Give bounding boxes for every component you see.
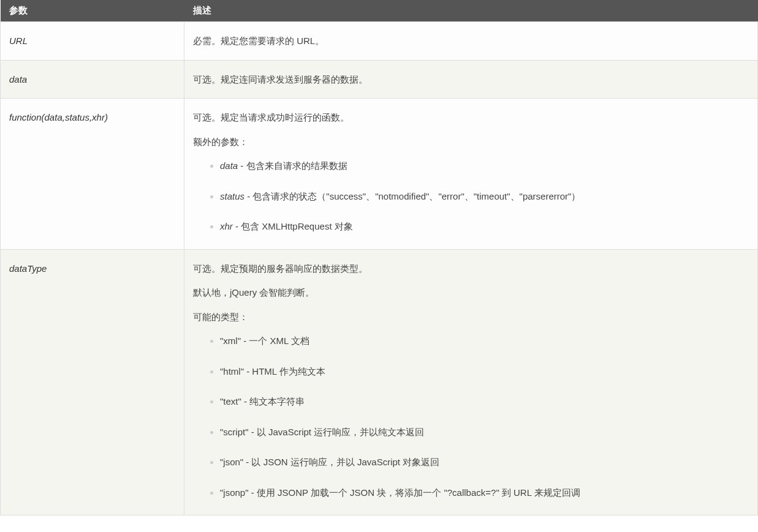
- desc-cell: 可选。规定当请求成功时运行的函数。额外的参数：data - 包含来自请求的结果数…: [184, 99, 758, 250]
- list-item: "xml" - 一个 XML 文档: [220, 333, 749, 349]
- list-item: "text" - 纯文本字符串: [220, 394, 749, 410]
- param-cell: dataType: [1, 249, 184, 515]
- header-desc: 描述: [184, 0, 758, 22]
- desc-line: 可选。规定连同请求发送到服务器的数据。: [193, 72, 749, 88]
- table-row: data可选。规定连同请求发送到服务器的数据。: [1, 60, 758, 99]
- param-cell: function(data,status,xhr): [1, 99, 184, 250]
- list-item: "jsonp" - 使用 JSONP 加载一个 JSON 块，将添加一个 "?c…: [220, 485, 749, 501]
- table-header-row: 参数 描述: [1, 0, 758, 22]
- desc-line: 必需。规定您需要请求的 URL。: [193, 33, 749, 49]
- table-row: URL必需。规定您需要请求的 URL。: [1, 22, 758, 61]
- desc-line: 额外的参数：: [193, 134, 749, 150]
- list-item: data - 包含来自请求的结果数据: [220, 158, 749, 174]
- list-item: status - 包含请求的状态（"success"、"notmodified"…: [220, 189, 749, 204]
- desc-list: data - 包含来自请求的结果数据status - 包含请求的状态（"succ…: [193, 158, 749, 234]
- param-cell: data: [1, 60, 184, 99]
- desc-cell: 可选。规定连同请求发送到服务器的数据。: [184, 60, 758, 99]
- list-item: "html" - HTML 作为纯文本: [220, 364, 749, 380]
- desc-list: "xml" - 一个 XML 文档"html" - HTML 作为纯文本"tex…: [193, 333, 749, 500]
- desc-line: 可选。规定当请求成功时运行的函数。: [193, 110, 749, 126]
- desc-line: 可能的类型：: [193, 309, 749, 325]
- params-table: 参数 描述 URL必需。规定您需要请求的 URL。data可选。规定连同请求发送…: [0, 0, 758, 515]
- list-item: xhr - 包含 XMLHttpRequest 对象: [220, 219, 749, 234]
- desc-line: 可选。规定预期的服务器响应的数据类型。: [193, 261, 749, 277]
- header-param: 参数: [1, 0, 184, 22]
- list-item: "script" - 以 JavaScript 运行响应，并以纯文本返回: [220, 424, 749, 440]
- table-row: dataType可选。规定预期的服务器响应的数据类型。默认地，jQuery 会智…: [1, 249, 758, 515]
- list-item: "json" - 以 JSON 运行响应，并以 JavaScript 对象返回: [220, 454, 749, 470]
- desc-line: 默认地，jQuery 会智能判断。: [193, 285, 749, 301]
- desc-cell: 可选。规定预期的服务器响应的数据类型。默认地，jQuery 会智能判断。可能的类…: [184, 249, 758, 515]
- table-row: function(data,status,xhr)可选。规定当请求成功时运行的函…: [1, 99, 758, 250]
- param-cell: URL: [1, 22, 184, 61]
- desc-cell: 必需。规定您需要请求的 URL。: [184, 22, 758, 61]
